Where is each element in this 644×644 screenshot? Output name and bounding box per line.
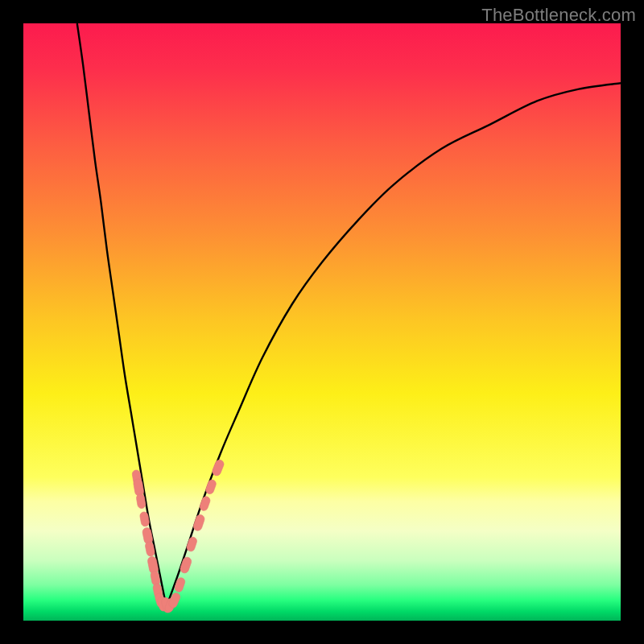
- watermark-text: TheBottleneck.com: [481, 5, 636, 26]
- gradient-background: [23, 23, 621, 621]
- plot-svg: [23, 23, 621, 621]
- plot-area: [23, 23, 621, 621]
- chart-frame: TheBottleneck.com: [0, 0, 644, 644]
